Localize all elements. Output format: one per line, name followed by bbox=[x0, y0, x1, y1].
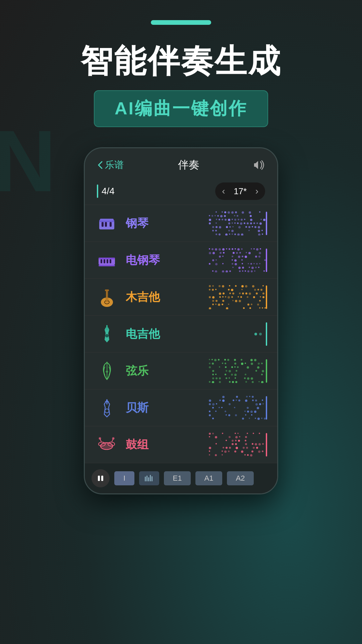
svg-rect-7 bbox=[99, 258, 115, 259]
drums-name: 鼓组 bbox=[126, 437, 209, 452]
time-signature-bar: 4/4 ‹ 17* › bbox=[85, 178, 277, 205]
piano-name: 钢琴 bbox=[126, 216, 209, 231]
time-signature: 4/4 bbox=[97, 184, 115, 198]
svg-rect-12 bbox=[99, 265, 115, 266]
instrument-row-strings[interactable]: 弦乐 bbox=[85, 352, 277, 389]
eguitar-icon bbox=[95, 322, 118, 346]
guitar-track-line bbox=[266, 285, 267, 309]
tempo-control: ‹ 17* › bbox=[215, 182, 265, 200]
instrument-list: 钢琴 电钢琴 bbox=[85, 205, 277, 463]
svg-rect-39 bbox=[98, 476, 100, 481]
eguitar-name: 电吉他 bbox=[126, 326, 190, 342]
bass-name: 贝斯 bbox=[126, 400, 209, 416]
svg-rect-43 bbox=[148, 477, 149, 481]
epiano-pattern bbox=[209, 248, 266, 272]
main-title: 智能伴奏生成 bbox=[80, 42, 282, 80]
svg-rect-23 bbox=[106, 325, 108, 330]
bottom-player: I E1 A1 A2 bbox=[85, 463, 277, 493]
piano-track-line bbox=[266, 212, 267, 235]
bass-pattern bbox=[209, 396, 266, 420]
svg-point-27 bbox=[106, 371, 108, 373]
nav-back-label: 乐谱 bbox=[105, 159, 124, 171]
tempo-value: 17* bbox=[232, 186, 249, 197]
svg-rect-9 bbox=[104, 259, 105, 263]
subtitle-text: AI编曲一键创作 bbox=[115, 99, 247, 118]
time-sig-indicator bbox=[97, 184, 98, 198]
segment-E1[interactable]: E1 bbox=[164, 471, 191, 485]
epiano-icon bbox=[95, 249, 118, 272]
svg-rect-40 bbox=[101, 476, 103, 481]
instrument-row-piano[interactable]: 钢琴 bbox=[85, 205, 277, 241]
phone-nav: 乐谱 伴奏 bbox=[85, 148, 277, 178]
bass-icon bbox=[95, 396, 118, 420]
time-sig-value: 4/4 bbox=[102, 186, 115, 197]
drums-pattern bbox=[209, 433, 266, 457]
segment-A2[interactable]: A2 bbox=[227, 471, 254, 485]
strings-track-line bbox=[266, 359, 267, 383]
segment-A1-label: A1 bbox=[200, 471, 218, 485]
svg-rect-3 bbox=[105, 222, 107, 227]
phone-mockup: 乐谱 伴奏 4/4 ‹ 17* › bbox=[84, 147, 278, 494]
top-accent-bar bbox=[151, 20, 211, 25]
epiano-track-line bbox=[266, 249, 267, 272]
svg-point-22 bbox=[105, 334, 109, 337]
svg-rect-41 bbox=[145, 477, 146, 481]
drums-track-line bbox=[266, 433, 267, 457]
svg-rect-45 bbox=[152, 476, 153, 481]
svg-point-37 bbox=[99, 437, 101, 440]
bass-track-line bbox=[266, 396, 267, 420]
epiano-name: 电钢琴 bbox=[126, 253, 209, 268]
eguitar-track-line bbox=[266, 322, 267, 346]
drums-icon bbox=[95, 433, 118, 457]
instrument-row-bass[interactable]: 贝斯 bbox=[85, 389, 277, 426]
svg-rect-4 bbox=[110, 222, 112, 227]
svg-rect-5 bbox=[100, 219, 114, 221]
svg-rect-42 bbox=[146, 476, 147, 481]
strings-name: 弦乐 bbox=[126, 363, 209, 379]
subtitle-badge: AI编曲一键创作 bbox=[94, 90, 268, 127]
segment-A1[interactable]: A1 bbox=[195, 471, 222, 485]
segment-A2-label: A2 bbox=[231, 471, 250, 485]
piano-icon bbox=[95, 212, 118, 235]
sound-button[interactable] bbox=[254, 160, 265, 170]
svg-rect-8 bbox=[101, 259, 102, 263]
segment-bars[interactable] bbox=[139, 471, 159, 485]
instrument-row-drums[interactable]: 鼓组 bbox=[85, 426, 277, 463]
svg-rect-11 bbox=[110, 259, 111, 263]
svg-point-32 bbox=[101, 442, 113, 449]
eguitar-small-dots bbox=[254, 333, 262, 335]
svg-rect-10 bbox=[107, 259, 108, 263]
strings-pattern bbox=[209, 359, 266, 383]
segment-I[interactable]: I bbox=[114, 471, 134, 485]
segment-E1-label: E1 bbox=[168, 471, 187, 485]
instrument-row-eguitar[interactable]: 电吉他 bbox=[85, 315, 277, 352]
svg-rect-2 bbox=[102, 222, 104, 227]
instrument-row-epiano[interactable]: 电钢琴 bbox=[85, 241, 277, 278]
piano-pattern bbox=[209, 211, 266, 235]
guitar-icon bbox=[95, 285, 118, 309]
instrument-row-guitar[interactable]: 木吉他 bbox=[85, 278, 277, 315]
page-content: 智能伴奏生成 AI编曲一键创作 乐谱 伴奏 bbox=[0, 0, 362, 494]
strings-icon bbox=[95, 359, 118, 383]
svg-point-38 bbox=[112, 437, 115, 440]
pause-button[interactable] bbox=[92, 469, 110, 487]
tempo-increase-button[interactable]: › bbox=[255, 186, 258, 197]
nav-title: 伴奏 bbox=[178, 158, 199, 172]
tempo-decrease-button[interactable]: ‹ bbox=[222, 186, 225, 197]
segment-I-label: I bbox=[119, 471, 130, 485]
guitar-pattern bbox=[209, 285, 266, 309]
nav-back-button[interactable]: 乐谱 bbox=[97, 159, 124, 171]
guitar-name: 木吉他 bbox=[126, 289, 209, 305]
svg-rect-44 bbox=[150, 475, 151, 481]
svg-point-28 bbox=[105, 409, 109, 413]
svg-rect-29 bbox=[106, 399, 108, 405]
